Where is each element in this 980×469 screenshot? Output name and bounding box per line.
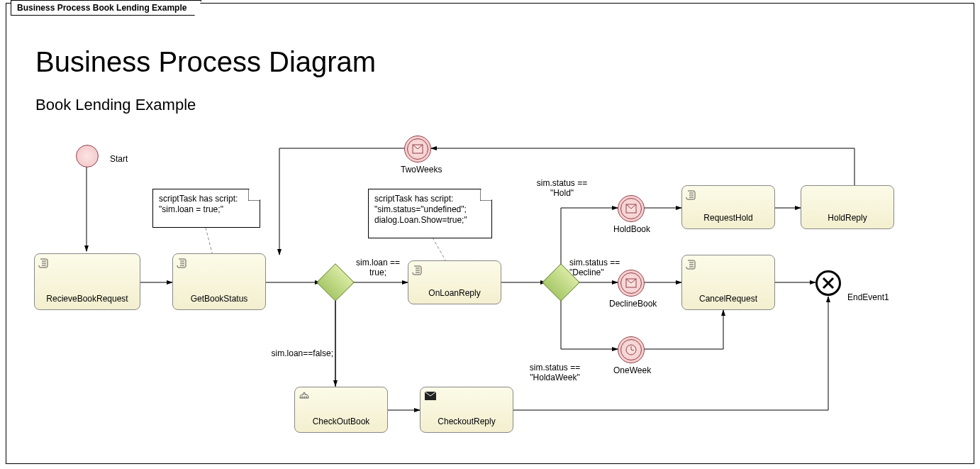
cond-loan-false: sim.loan==false; (255, 348, 333, 358)
note-line: "sim.loan = true;" (159, 204, 223, 214)
note-line: scriptTask has script: (374, 194, 453, 204)
script-icon (177, 258, 188, 272)
cond-status-holdweek: sim.status == "HoldaWeek" (525, 363, 585, 382)
start-label: Start (110, 154, 128, 164)
task-label: GetBookStatus (173, 294, 265, 304)
task-checkout-reply: CheckoutReply (420, 387, 513, 433)
cond-status-hold: sim.status == "Hold" (532, 178, 592, 198)
task-hold-reply: HoldReply (801, 185, 894, 229)
task-checkout-book: CheckOutBook (294, 387, 388, 433)
send-message-icon (424, 391, 437, 404)
task-label: OnLoanReply (408, 288, 501, 298)
event-label: TwoWeeks (401, 165, 442, 175)
note-line: "sim.status="undefined"; (374, 204, 467, 214)
event-label: DeclineBook (609, 299, 657, 309)
gateway-loan (322, 269, 349, 296)
frame-tab: Business Process Book Lending Example (11, 0, 201, 16)
event-two-weeks (404, 136, 431, 162)
task-label: HoldReply (801, 213, 893, 223)
manual-icon (299, 391, 311, 404)
task-cancel-request: CancelRequest (681, 255, 775, 310)
task-label: CheckOutBook (295, 416, 387, 426)
task-label: RecieveBookRequest (35, 294, 140, 304)
event-label: OneWeek (613, 365, 651, 375)
task-request-hold: RequestHold (681, 185, 775, 229)
page-subtitle: Book Lending Example (35, 96, 196, 114)
event-hold-book (618, 195, 645, 222)
note-script-status: scriptTask has script: "sim.status="unde… (368, 189, 492, 238)
cond-loan-true: sim.loan == true; (353, 258, 403, 277)
script-icon (412, 265, 423, 279)
task-recieve-book-request: RecieveBookRequest (34, 253, 140, 310)
task-label: CancelRequest (682, 294, 774, 304)
task-onloan-reply: OnLoanReply (408, 260, 501, 304)
note-line: scriptTask has script: (159, 194, 238, 204)
note-script-loan: scriptTask has script: "sim.loan = true;… (152, 189, 260, 228)
page-title: Business Process Diagram (35, 46, 376, 78)
script-icon (686, 189, 697, 204)
task-get-book-status: GetBookStatus (172, 253, 266, 310)
event-label: EndEvent1 (847, 292, 889, 302)
note-line: dialog.Loan.Show=true;" (374, 215, 467, 225)
cond-status-decline: sim.status == "Decline" (569, 258, 623, 277)
script-icon (38, 258, 50, 272)
event-one-week (618, 336, 645, 363)
diagram-canvas: Business Process Book Lending Example Bu… (0, 0, 980, 469)
task-label: CheckoutReply (421, 416, 513, 426)
task-label: RequestHold (682, 213, 774, 223)
script-icon (686, 259, 697, 273)
end-event (815, 270, 841, 296)
start-event (76, 145, 99, 167)
event-label: HoldBook (613, 224, 650, 234)
